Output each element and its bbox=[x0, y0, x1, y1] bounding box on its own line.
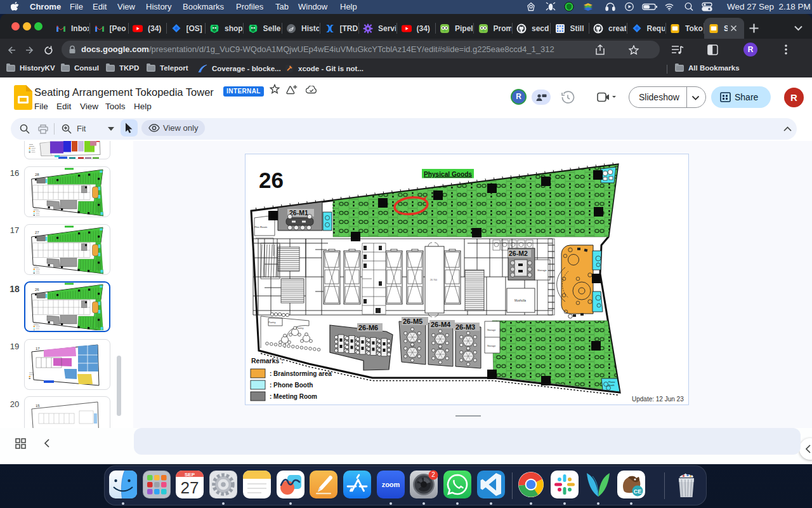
svg-text:: Meeting Room: : Meeting Room bbox=[270, 393, 317, 400]
svg-text:26-M2: 26-M2 bbox=[509, 250, 528, 257]
svg-text:Storage: Storage bbox=[487, 329, 495, 331]
svg-text:Pantry: Pantry bbox=[268, 321, 276, 324]
svg-text:Phone: Phone bbox=[608, 381, 615, 384]
svg-text:Pantry: Pantry bbox=[296, 326, 304, 330]
svg-text:28: 28 bbox=[35, 173, 39, 177]
svg-text:26-M5: 26-M5 bbox=[403, 318, 422, 325]
svg-text:27: 27 bbox=[35, 231, 39, 234]
svg-text:15: 15 bbox=[36, 404, 40, 408]
svg-text:Musholla: Musholla bbox=[514, 299, 527, 302]
svg-text:Update: 12 Jun 23: Update: 12 Jun 23 bbox=[632, 396, 684, 403]
svg-text:SEP: SEP bbox=[185, 472, 195, 478]
svg-text:Remarks :: Remarks : bbox=[251, 357, 284, 364]
svg-text:26-M4: 26-M4 bbox=[431, 321, 451, 328]
svg-text:zoom: zoom bbox=[381, 481, 400, 488]
svg-text:17: 17 bbox=[36, 347, 40, 351]
svg-text:Flex Room: Flex Room bbox=[254, 225, 268, 229]
svg-text:Storage: Storage bbox=[487, 345, 495, 347]
svg-text:2: 2 bbox=[432, 471, 436, 478]
svg-text:27: 27 bbox=[181, 478, 199, 497]
svg-text:26: 26 bbox=[259, 168, 284, 192]
svg-text:26-M3: 26-M3 bbox=[455, 323, 475, 331]
svg-text:26: 26 bbox=[35, 288, 39, 291]
svg-text:: Brainstorming area: : Brainstorming area bbox=[270, 370, 332, 377]
svg-text:CE: CE bbox=[634, 488, 642, 495]
svg-text:26-M6: 26-M6 bbox=[358, 324, 378, 331]
svg-text:: Phone Booth: : Phone Booth bbox=[270, 382, 313, 389]
svg-text:26 700: 26 700 bbox=[430, 279, 437, 281]
svg-text:Physical Goods: Physical Goods bbox=[424, 170, 472, 178]
svg-text:Storage: Storage bbox=[537, 269, 547, 272]
